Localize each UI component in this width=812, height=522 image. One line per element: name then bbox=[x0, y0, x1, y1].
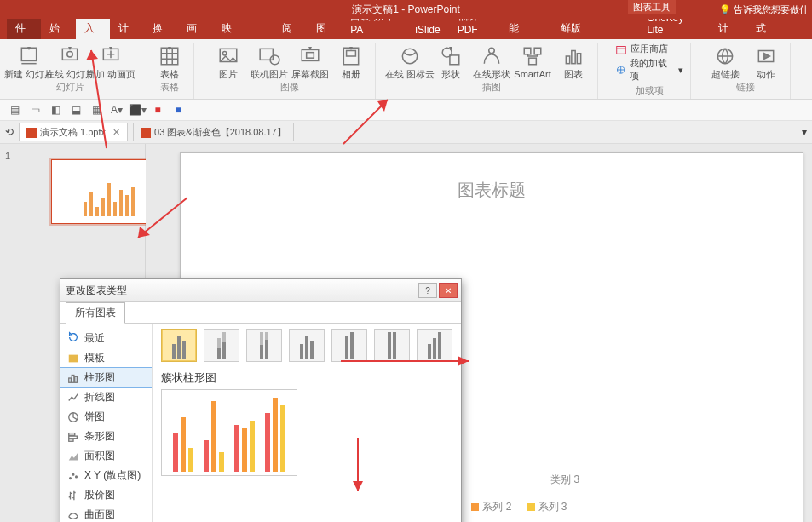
online-shapes-button[interactable]: 在线形状 bbox=[475, 43, 509, 79]
online-icons-button[interactable]: 在线 图标云 bbox=[393, 43, 427, 79]
shapes-button[interactable]: 形状▾ bbox=[434, 43, 468, 79]
subtype-clustered[interactable] bbox=[161, 329, 197, 362]
svg-rect-42 bbox=[69, 436, 78, 439]
doc-tab[interactable]: 03 图表&渐变色【2018.08.17】 bbox=[133, 123, 294, 141]
subtype-100stacked[interactable] bbox=[246, 329, 282, 362]
svg-point-13 bbox=[402, 49, 417, 63]
svg-rect-19 bbox=[529, 58, 537, 65]
mini-chart-icon bbox=[59, 169, 159, 216]
svg-rect-0 bbox=[21, 48, 36, 60]
dialog-tab-all[interactable]: 所有图表 bbox=[66, 302, 125, 324]
cat-area[interactable]: 面积图 bbox=[60, 446, 152, 466]
ribbon-tabs: 文件 开始 插入 设计 切换 动画 幻灯片放映 审阅 视图 口袋动画 PA iS… bbox=[0, 19, 812, 39]
dialog-title: 更改图表类型 bbox=[66, 284, 127, 298]
cat-line[interactable]: 折线图 bbox=[60, 387, 152, 407]
new-slide-button[interactable]: 新建 幻灯片▾ bbox=[12, 43, 46, 79]
qat-btn[interactable]: ▭ bbox=[27, 102, 43, 118]
svg-rect-23 bbox=[617, 46, 626, 54]
online-slide-button[interactable]: 在线 幻灯片▾ bbox=[53, 43, 87, 79]
svg-point-2 bbox=[67, 52, 73, 58]
qat-btn[interactable]: ⬓ bbox=[68, 102, 84, 118]
cat-xy[interactable]: X Y (散点图) bbox=[60, 466, 152, 485]
close-doc-icon[interactable]: ✕ bbox=[112, 127, 120, 138]
qat-btn[interactable]: A▾ bbox=[109, 102, 124, 118]
shapes-icon bbox=[439, 44, 463, 68]
subtype-3d[interactable] bbox=[417, 329, 452, 362]
svg-rect-22 bbox=[577, 54, 580, 64]
quick-access-toolbar: ▤ ▭ ◧ ⬓ ▦ A▾ ⬛▾ ■ ■ bbox=[0, 100, 812, 121]
pictures-button[interactable]: 图片 bbox=[211, 43, 245, 79]
svg-rect-12 bbox=[347, 51, 356, 57]
qat-btn[interactable]: ■ bbox=[150, 102, 165, 118]
group-illustrations: 插图 bbox=[482, 81, 501, 94]
comment-button[interactable]: 批注 bbox=[808, 43, 812, 79]
change-chart-type-dialog: 更改图表类型 ? ✕ 所有图表 最近 模板 柱形图 折线图 饼图 条形图 面积图 bbox=[60, 278, 462, 522]
doc-back-icon[interactable]: ⟲ bbox=[5, 126, 14, 138]
svg-point-16 bbox=[489, 48, 495, 54]
online-pictures-button[interactable]: 联机图片 bbox=[252, 43, 286, 79]
axis-label: 类别 3 bbox=[550, 473, 579, 487]
qat-btn[interactable]: ■ bbox=[170, 102, 186, 118]
subtype-row bbox=[161, 329, 452, 362]
chart-button[interactable]: 图表 bbox=[556, 43, 590, 79]
my-addins-button[interactable]: 我的加载项 ▾ bbox=[615, 57, 683, 83]
svg-rect-36 bbox=[69, 354, 78, 362]
svg-rect-39 bbox=[75, 376, 78, 382]
group-links: 链接 bbox=[736, 81, 755, 94]
thumbnail-1[interactable]: 1 bbox=[17, 151, 133, 215]
qat-btn[interactable]: ◧ bbox=[48, 102, 63, 118]
chart-icon bbox=[561, 44, 585, 68]
svg-rect-4 bbox=[161, 48, 178, 65]
ribbon: 新建 幻灯片▾ 在线 幻灯片▾ 新加 动画页▾ 幻灯片 表格▾ 表格 图片 联机… bbox=[0, 39, 812, 100]
svg-rect-18 bbox=[534, 48, 541, 54]
pictures-icon bbox=[216, 44, 240, 68]
cat-pie[interactable]: 饼图 bbox=[60, 407, 152, 427]
dialog-close-button[interactable]: ✕ bbox=[439, 283, 458, 298]
doc-options-icon[interactable]: ▾ bbox=[802, 126, 807, 138]
svg-rect-43 bbox=[69, 439, 73, 441]
svg-rect-38 bbox=[72, 375, 74, 382]
subtype-3d-stacked[interactable] bbox=[331, 329, 367, 362]
qat-btn[interactable]: ▦ bbox=[89, 102, 104, 118]
qat-btn[interactable]: ⬛▾ bbox=[130, 102, 145, 118]
cat-column[interactable]: 柱形图 bbox=[60, 368, 152, 387]
subtype-stacked[interactable] bbox=[204, 329, 239, 362]
app-title: 演示文稿1 - PowerPoint bbox=[352, 3, 460, 17]
dialog-help-button[interactable]: ? bbox=[418, 283, 437, 298]
svg-rect-37 bbox=[69, 378, 72, 382]
doc-tab-active[interactable]: 演示文稿 1.pptx✕ bbox=[19, 123, 128, 141]
svg-rect-21 bbox=[572, 51, 575, 64]
screenshot-button[interactable]: 屏幕截图▾ bbox=[293, 43, 327, 79]
tab-addin2[interactable]: iSlide bbox=[406, 20, 448, 39]
tell-me[interactable]: 💡 告诉我您想要做什 bbox=[719, 3, 809, 16]
subtype-name: 簇状柱形图 bbox=[161, 370, 452, 386]
smartart-button[interactable]: SmartArt bbox=[515, 43, 550, 79]
subtype-3d-clustered[interactable] bbox=[289, 329, 325, 362]
cat-templates[interactable]: 模板 bbox=[60, 348, 152, 368]
svg-point-6 bbox=[223, 52, 227, 55]
qat-btn[interactable]: ▤ bbox=[7, 102, 22, 118]
svg-point-44 bbox=[70, 477, 72, 479]
chart-category-list: 最近 模板 柱形图 折线图 饼图 条形图 面积图 X Y (散点图) 股价图 曲… bbox=[60, 324, 153, 522]
store-button[interactable]: 应用商店 bbox=[615, 43, 683, 55]
hyperlink-button[interactable]: 超链接 bbox=[708, 43, 742, 79]
doc-tabs: ⟲ 演示文稿 1.pptx✕ 03 图表&渐变色【2018.08.17】 ▾ bbox=[0, 121, 812, 144]
svg-rect-17 bbox=[524, 48, 531, 54]
chart-title: 图表标题 bbox=[223, 179, 760, 202]
hyperlink-icon bbox=[713, 44, 737, 68]
cat-recent[interactable]: 最近 bbox=[60, 329, 152, 348]
photo-album-button[interactable]: 相册▾ bbox=[334, 43, 368, 79]
subtype-preview bbox=[161, 389, 297, 476]
svg-rect-10 bbox=[307, 53, 314, 58]
cat-stock[interactable]: 股价图 bbox=[60, 485, 152, 505]
new-anim-button[interactable]: 新加 动画页▾ bbox=[94, 43, 128, 79]
subtype-3d-100stacked[interactable] bbox=[374, 329, 410, 362]
action-button[interactable]: 动作 bbox=[749, 43, 783, 79]
group-slides: 幻灯片 bbox=[56, 81, 84, 94]
cat-bar[interactable]: 条形图 bbox=[60, 427, 152, 446]
svg-rect-20 bbox=[566, 56, 569, 64]
group-images: 图像 bbox=[280, 81, 299, 94]
table-button[interactable]: 表格▾ bbox=[153, 43, 187, 79]
svg-rect-9 bbox=[302, 49, 319, 60]
cat-surface[interactable]: 曲面图 bbox=[60, 505, 152, 522]
